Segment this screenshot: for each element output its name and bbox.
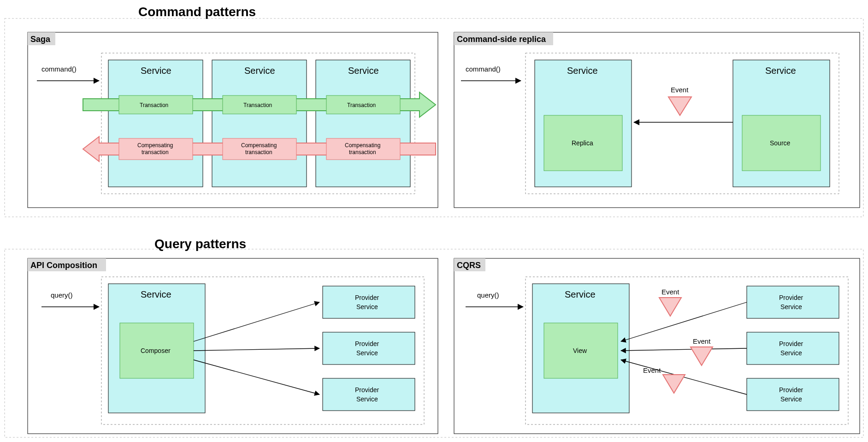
- svg-text:transaction: transaction: [142, 149, 169, 155]
- cqrs-label: CQRS: [457, 261, 481, 270]
- svg-text:Service: Service: [765, 66, 796, 76]
- svg-rect-40: [323, 286, 415, 318]
- svg-text:Provider: Provider: [355, 386, 379, 394]
- svg-rect-3: [108, 60, 203, 187]
- saga-service-3: Service: [316, 60, 410, 187]
- svg-text:Service: Service: [141, 289, 171, 299]
- apicomp-provider-3: Provider Service: [323, 378, 415, 411]
- query-patterns-title: Query patterns: [154, 237, 246, 251]
- svg-text:Service: Service: [565, 289, 596, 299]
- apicomp-service: Service Composer: [108, 284, 205, 413]
- apicomp-provider-1: Provider Service: [323, 286, 415, 318]
- cqrs-event-label-2: Event: [693, 337, 711, 345]
- saga-compensating-2: Compensating transaction: [223, 138, 296, 160]
- cqrs-provider-1: Provider Service: [747, 286, 839, 318]
- svg-text:Service: Service: [356, 349, 378, 357]
- svg-text:Service: Service: [780, 349, 802, 357]
- cqrs-service: Service View: [532, 284, 629, 413]
- svg-text:Service: Service: [567, 66, 598, 76]
- svg-text:Provider: Provider: [779, 294, 803, 301]
- csr-label: Command-side replica: [457, 35, 546, 44]
- svg-text:Compensating: Compensating: [241, 142, 277, 149]
- apicomp-label: API Composition: [30, 261, 97, 270]
- csr-panel: Command-side replica command() Service R…: [454, 32, 860, 208]
- svg-text:Transaction: Transaction: [347, 102, 376, 108]
- command-patterns-region: Command patterns Saga command() Service …: [5, 5, 863, 217]
- saga-panel: Saga command() Service Service Service: [28, 32, 438, 208]
- query-patterns-region: Query patterns API Composition query() S…: [5, 237, 863, 437]
- svg-text:Compensating: Compensating: [137, 142, 173, 149]
- svg-text:Replica: Replica: [572, 139, 593, 147]
- svg-rect-46: [323, 378, 415, 411]
- csr-event-label: Event: [671, 86, 689, 94]
- cqrs-provider-3: Provider Service: [747, 378, 839, 411]
- svg-rect-7: [316, 60, 410, 187]
- svg-text:Provider: Provider: [779, 386, 803, 394]
- svg-text:Service: Service: [356, 395, 378, 403]
- apicomp-query-label: query(): [51, 291, 73, 299]
- svg-text:transaction: transaction: [245, 149, 272, 155]
- cqrs-panel: CQRS query() Service View Provider Servi…: [454, 258, 860, 434]
- saga-label: Saga: [30, 35, 51, 44]
- svg-text:Transaction: Transaction: [243, 102, 272, 108]
- svg-text:Service: Service: [780, 303, 802, 311]
- svg-text:Service: Service: [141, 66, 171, 76]
- svg-text:Service: Service: [348, 66, 379, 76]
- svg-text:Provider: Provider: [355, 294, 379, 301]
- csr-service-left: Service Replica: [535, 60, 632, 187]
- cqrs-provider-2: Provider Service: [747, 332, 839, 364]
- svg-text:View: View: [573, 347, 587, 354]
- saga-compensating-1: Compensating transaction: [119, 138, 193, 160]
- svg-text:Transaction: Transaction: [140, 102, 168, 108]
- csr-command-label: command(): [466, 65, 501, 73]
- svg-text:Compensating: Compensating: [345, 142, 380, 149]
- svg-text:Service: Service: [780, 395, 802, 403]
- svg-rect-60: [747, 378, 839, 411]
- svg-text:transaction: transaction: [349, 149, 376, 155]
- saga-service-1: Service: [108, 60, 203, 187]
- svg-rect-54: [747, 286, 839, 318]
- cqrs-event-label-1: Event: [661, 288, 679, 296]
- apicomp-provider-2: Provider Service: [323, 332, 415, 364]
- csr-service-right: Service Source: [733, 60, 830, 187]
- saga-transaction-1: Transaction: [119, 96, 193, 114]
- svg-text:Composer: Composer: [141, 347, 171, 354]
- svg-text:Service: Service: [356, 303, 378, 311]
- cqrs-query-label: query(): [477, 291, 499, 299]
- svg-text:Provider: Provider: [779, 340, 803, 347]
- saga-command-label: command(): [41, 65, 77, 73]
- apicomp-panel: API Composition query() Service Composer…: [28, 258, 438, 434]
- svg-text:Source: Source: [770, 139, 791, 147]
- saga-service-2: Service: [212, 60, 307, 187]
- svg-text:Service: Service: [244, 66, 275, 76]
- svg-text:Provider: Provider: [355, 340, 379, 347]
- svg-rect-5: [212, 60, 307, 187]
- svg-rect-57: [747, 332, 839, 364]
- cqrs-event-label-3: Event: [643, 366, 661, 374]
- saga-compensating-3: Compensating transaction: [326, 138, 400, 160]
- command-patterns-title: Command patterns: [138, 5, 256, 19]
- saga-transaction-3: Transaction: [326, 96, 400, 114]
- saga-transaction-2: Transaction: [223, 96, 296, 114]
- svg-rect-43: [323, 332, 415, 364]
